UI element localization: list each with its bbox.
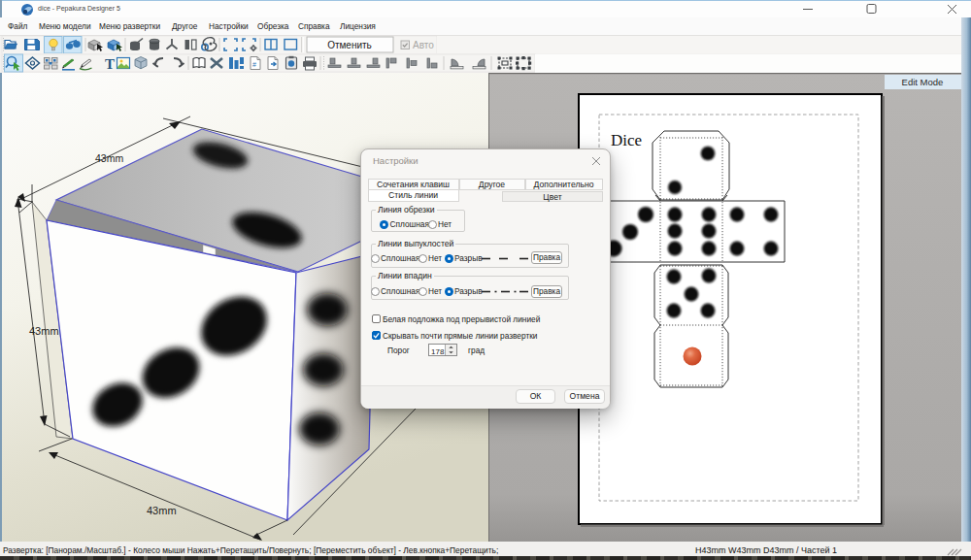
svg-text:Dice: Dice (611, 131, 642, 149)
svg-text:Отменить: Отменить (327, 40, 372, 50)
svg-text:43mm: 43mm (147, 505, 177, 516)
svg-text:Edit Mode: Edit Mode (902, 77, 944, 87)
svg-text:#: # (252, 61, 256, 68)
svg-text:T: T (105, 56, 115, 72)
svg-text:Авто: Авто (413, 40, 434, 50)
svg-text:43mm: 43mm (95, 152, 123, 164)
svg-text:43mm: 43mm (29, 325, 59, 337)
